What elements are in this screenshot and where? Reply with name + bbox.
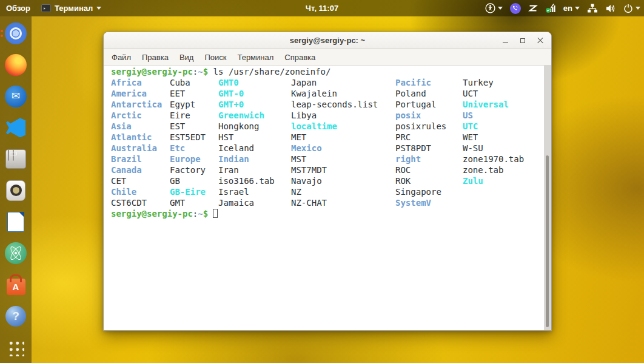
libreoffice-writer-icon: [7, 212, 24, 232]
maximize-button[interactable]: [517, 35, 529, 47]
apps-grid-icon: [7, 339, 24, 356]
terminal-cursor: [213, 209, 218, 218]
clock[interactable]: Чт, 11:07: [306, 4, 338, 13]
ls-entry: PRC: [395, 132, 463, 143]
dock-icon-ubuntu-software[interactable]: A: [4, 273, 28, 296]
network-wired-icon[interactable]: [587, 3, 598, 13]
ubuntu-software-icon: A: [7, 279, 25, 295]
minimize-icon: [503, 42, 508, 44]
dock: ✉ A ?: [0, 16, 32, 363]
app-menu[interactable]: Терминал: [41, 4, 101, 13]
ls-entry: Cuba: [170, 77, 218, 88]
ls-entry: Asia: [111, 121, 170, 132]
terminal-app-icon: [41, 4, 51, 12]
ls-entry: Europe: [170, 154, 218, 165]
ls-entry: MST7MDT: [291, 165, 395, 175]
ls-entry: Etc: [170, 143, 218, 154]
app-menu-label: Терминал: [55, 4, 93, 13]
menu-edit[interactable]: Правка: [136, 50, 174, 64]
chevron-down-icon: [96, 7, 101, 10]
ls-entry: Canada: [111, 165, 170, 175]
ls-entry: Africa: [111, 77, 170, 88]
ls-entry: zone.tab: [463, 165, 543, 175]
dock-icon-atom[interactable]: [4, 242, 28, 265]
ls-entry: Jamaica: [218, 197, 291, 208]
viber-icon[interactable]: [510, 3, 521, 14]
menu-file[interactable]: Файл: [106, 50, 136, 64]
dock-icon-file-cabinet[interactable]: [4, 148, 28, 171]
ls-entry: UTC: [463, 121, 543, 132]
volume-icon[interactable]: [605, 4, 616, 13]
ls-entry: Atlantic: [111, 132, 170, 143]
thunderbird-icon: ✉: [5, 86, 27, 107]
command-text: ls /usr/share/zoneinfo/: [208, 67, 330, 76]
z-app-icon[interactable]: [528, 4, 538, 13]
power-menu[interactable]: [623, 4, 640, 13]
dock-icon-help[interactable]: ?: [4, 305, 28, 328]
dock-icon-firefox[interactable]: [4, 53, 28, 76]
terminal-window: sergiy@sergiy-pc: ~ Файл Правка Вид Поис…: [103, 32, 552, 331]
prompt-user-host: sergiy@sergiy-pc: [111, 67, 193, 76]
ls-entry: Indian: [218, 154, 291, 165]
ls-entry: Egypt: [170, 99, 218, 110]
ls-entry: Navajo: [291, 175, 395, 186]
prompt-symbol: $: [203, 67, 208, 76]
command-line: sergiy@sergiy-pc:~$ ls /usr/share/zonein…: [111, 66, 543, 77]
accessibility-icon: [485, 3, 495, 13]
ls-entry: Factory: [170, 165, 218, 175]
ls-entry: SystemV: [395, 197, 463, 208]
chevron-down-icon: [575, 7, 580, 10]
menu-search[interactable]: Поиск: [199, 50, 232, 64]
signal-meter-icon[interactable]: [545, 3, 556, 13]
speaker-app-icon: [6, 180, 25, 201]
ls-entry: WET: [463, 132, 543, 143]
ls-entry: Iran: [218, 165, 291, 175]
scrollbar-thumb[interactable]: [546, 155, 549, 327]
power-icon: [623, 4, 633, 13]
ls-entry: EET: [170, 88, 218, 99]
ls-entry: [463, 186, 543, 197]
dock-icon-libreoffice-writer[interactable]: [4, 211, 28, 234]
terminal-content[interactable]: sergiy@sergiy-pc:~$ ls /usr/share/zonein…: [104, 66, 551, 330]
ls-entry: EST5EDT: [170, 132, 218, 143]
menu-terminal[interactable]: Терминал: [232, 50, 279, 64]
dock-icon-chromium[interactable]: [4, 22, 28, 45]
ls-entry: right: [395, 154, 463, 165]
ls-entry: ROC: [395, 165, 463, 175]
ls-entry: Mexico: [291, 143, 395, 154]
maximize-icon: [520, 38, 525, 43]
ls-entry: Australia: [111, 143, 170, 154]
close-button[interactable]: [534, 35, 546, 47]
vscode-icon: [6, 118, 25, 137]
accessibility-menu[interactable]: [485, 3, 503, 13]
chevron-down-icon: [498, 7, 503, 10]
ls-entry: GMT-0: [218, 88, 291, 99]
dock-icon-vscode[interactable]: [4, 116, 28, 139]
ls-entry: Greenwich: [218, 110, 291, 121]
ls-entry: leap-seconds.list: [291, 99, 395, 110]
ls-entry: GMT0: [218, 77, 291, 88]
activities-button[interactable]: Обзор: [6, 4, 30, 13]
minimize-button[interactable]: [499, 35, 511, 47]
ls-entry: localtime: [291, 121, 395, 132]
window-title: sergiy@sergiy-pc: ~: [290, 36, 365, 45]
ls-entry: Zulu: [463, 175, 543, 186]
ls-entry: Israel: [218, 186, 291, 197]
ls-entry: HST: [218, 132, 291, 143]
menu-view[interactable]: Вид: [174, 50, 200, 64]
scrollbar[interactable]: [544, 66, 551, 330]
ls-entry: CET: [111, 175, 170, 186]
ls-entry: US: [463, 110, 543, 121]
show-applications-button[interactable]: [4, 336, 28, 359]
title-bar[interactable]: sergiy@sergiy-pc: ~: [104, 32, 551, 49]
file-cabinet-icon: [5, 149, 26, 169]
ls-entry: iso3166.tab: [218, 175, 291, 186]
dock-icon-thunderbird[interactable]: ✉: [4, 85, 28, 108]
dock-icon-speaker-app[interactable]: [4, 179, 28, 202]
ls-entry: GMT+0: [218, 99, 291, 110]
language-selector[interactable]: en: [563, 4, 580, 13]
menu-help[interactable]: Справка: [279, 50, 321, 64]
chromium-icon: [5, 22, 27, 44]
ls-entry: GB: [170, 175, 218, 186]
ls-entry: Pacific: [395, 77, 463, 88]
